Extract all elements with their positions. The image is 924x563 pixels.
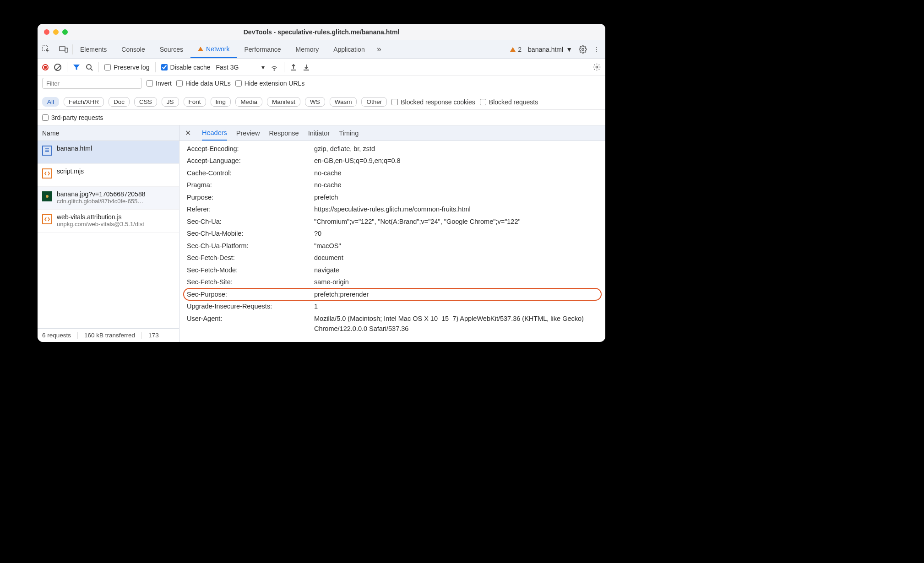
request-detail-pane: ✕ Headers Preview Response Initiator Tim… [179, 125, 605, 342]
warning-icon [510, 47, 516, 52]
header-name: Accept-Encoding: [187, 144, 314, 154]
type-filter-js[interactable]: JS [162, 97, 179, 107]
svg-rect-2 [65, 48, 68, 52]
tab-sources[interactable]: Sources [152, 40, 190, 58]
hide-extension-urls-checkbox[interactable]: Hide extension URLs [235, 80, 305, 87]
request-list-header[interactable]: Name [38, 125, 179, 141]
issues-counter[interactable]: 2 [510, 46, 522, 53]
detail-tab-preview[interactable]: Preview [236, 125, 260, 141]
header-value: no-cache [314, 180, 348, 190]
header-name: Purpose: [187, 192, 314, 202]
clear-button[interactable] [54, 64, 61, 71]
request-row[interactable]: banana.html [38, 141, 179, 164]
close-window-button[interactable] [44, 29, 49, 35]
window-title: DevTools - speculative-rules.glitch.me/b… [38, 28, 605, 36]
inspect-element-icon[interactable] [38, 40, 55, 58]
status-transferred: 160 kB transferred [77, 332, 135, 339]
header-value: 1 [314, 301, 324, 311]
type-filter-fetch[interactable]: Fetch/XHR [64, 97, 104, 107]
status-requests: 6 requests [42, 332, 71, 339]
type-filter-manifest[interactable]: Manifest [267, 97, 300, 107]
throttling-select[interactable]: Fast 3G ▾ [216, 64, 265, 71]
more-tabs-button[interactable]: » [372, 44, 386, 54]
tab-memory[interactable]: Memory [288, 40, 326, 58]
type-filter-wasm[interactable]: Wasm [330, 97, 357, 107]
search-icon[interactable] [86, 64, 93, 71]
import-har-icon[interactable] [303, 64, 310, 71]
context-selector[interactable]: banana.html ▼ [528, 46, 572, 53]
tab-network[interactable]: Network [190, 40, 237, 58]
header-row: Sec-Ch-Ua-Mobile:?0 [179, 227, 605, 239]
type-filter-doc[interactable]: Doc [109, 97, 130, 107]
tab-elements[interactable]: Elements [73, 40, 114, 58]
separator [155, 62, 156, 72]
script-icon [42, 214, 52, 224]
tab-network-label: Network [206, 45, 229, 53]
header-value: ?0 [314, 228, 328, 238]
blocked-requests-checkbox[interactable]: Blocked requests [480, 98, 538, 106]
preserve-log-checkbox[interactable]: Preserve log [104, 64, 150, 71]
export-har-icon[interactable] [290, 64, 297, 71]
request-row[interactable]: web-vitals.attribution.js unpkg.com/web-… [38, 210, 179, 233]
header-row: Referer:https://speculative-rules.glitch… [179, 203, 605, 215]
type-filter-font[interactable]: Font [184, 97, 206, 107]
tab-console[interactable]: Console [114, 40, 152, 58]
separator [67, 62, 67, 72]
request-name: banana.jpg?v=1705668720588 [57, 190, 145, 198]
kebab-menu-icon[interactable]: ⋮ [593, 46, 600, 53]
type-filter-media[interactable]: Media [235, 97, 262, 107]
hide-data-urls-checkbox[interactable]: Hide data URLs [176, 80, 231, 87]
tab-application[interactable]: Application [326, 40, 372, 58]
header-row: Purpose:prefetch [179, 191, 605, 203]
filter-icon[interactable] [73, 64, 80, 71]
zoom-window-button[interactable] [62, 29, 68, 35]
third-party-checkbox[interactable]: 3rd-party requests [42, 114, 103, 121]
request-row[interactable]: script.mjs [38, 164, 179, 187]
invert-label: Invert [156, 80, 172, 87]
header-name: Cache-Control: [187, 168, 314, 178]
network-content: Name banana.html script.mjs [38, 125, 605, 342]
request-name: banana.html [57, 145, 92, 152]
detail-tab-timing[interactable]: Timing [339, 125, 359, 141]
invert-checkbox[interactable]: Invert [147, 80, 172, 87]
header-row: Accept-Encoding:gzip, deflate, br, zstd [179, 143, 605, 155]
blocked-requests-label: Blocked requests [489, 98, 538, 106]
type-filter-img[interactable]: Img [211, 97, 231, 107]
headers-list[interactable]: Accept-Encoding:gzip, deflate, br, zstdA… [179, 141, 605, 342]
header-row: Sec-Fetch-Site:same-origin [179, 276, 605, 288]
header-value: document [314, 253, 350, 263]
type-filter-all[interactable]: All [42, 97, 59, 107]
network-conditions-icon[interactable] [270, 63, 278, 71]
header-row: Sec-Ch-Ua:"Chromium";v="122", "Not(A:Bra… [179, 216, 605, 227]
header-value: prefetch [314, 192, 344, 202]
header-row: Sec-Purpose:prefetch;prerender [179, 288, 605, 300]
disable-cache-checkbox[interactable]: Disable cache [161, 64, 211, 71]
blocked-response-cookies-checkbox[interactable]: Blocked response cookies [391, 98, 475, 106]
device-toolbar-icon[interactable] [55, 40, 72, 58]
minimize-window-button[interactable] [53, 29, 59, 35]
request-name: script.mjs [57, 168, 84, 175]
record-button[interactable] [42, 64, 49, 70]
request-domain: cdn.glitch.global/87b4c0fe-655… [57, 198, 145, 205]
filter-bar: Invert Hide data URLs Hide extension URL… [38, 76, 605, 110]
type-filter-css[interactable]: CSS [134, 97, 157, 107]
type-filter-other[interactable]: Other [361, 97, 387, 107]
detail-tab-response[interactable]: Response [269, 125, 299, 141]
network-settings-gear-icon[interactable] [593, 63, 601, 71]
header-name: Sec-Fetch-Dest: [187, 253, 314, 263]
chevron-down-icon: ▾ [261, 64, 265, 71]
detail-tab-initiator[interactable]: Initiator [308, 125, 330, 141]
request-row[interactable]: banana.jpg?v=1705668720588 cdn.glitch.gl… [38, 187, 179, 210]
separator [98, 62, 99, 72]
filter-input[interactable] [42, 78, 142, 89]
throttling-label: Fast 3G [216, 64, 239, 71]
svg-point-3 [582, 48, 584, 50]
tab-performance[interactable]: Performance [237, 40, 288, 58]
detail-tab-headers[interactable]: Headers [202, 125, 227, 141]
header-value: https://speculative-rules.glitch.me/comm… [314, 204, 477, 214]
header-value: "macOS" [314, 241, 348, 251]
settings-gear-icon[interactable] [579, 45, 587, 54]
type-filter-ws[interactable]: WS [305, 97, 325, 107]
preserve-log-label: Preserve log [114, 64, 150, 71]
close-detail-icon[interactable]: ✕ [183, 129, 193, 137]
